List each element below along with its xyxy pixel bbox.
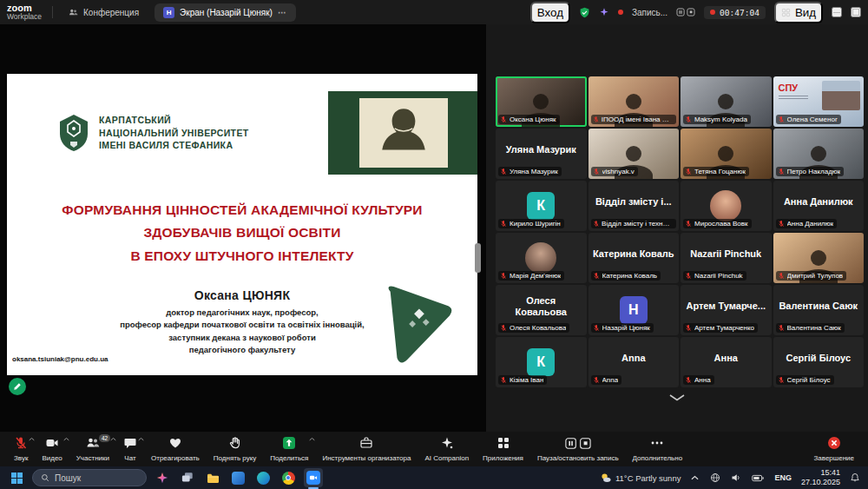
- participant-tile[interactable]: Дмитрий Тулупов: [773, 233, 865, 283]
- participant-name-label: Артем Тумарченко: [683, 323, 758, 333]
- annotate-button[interactable]: [9, 378, 26, 395]
- timer-value: 00:47:04: [720, 8, 760, 17]
- notifications-button[interactable]: [848, 468, 861, 487]
- taskbar-app-folder[interactable]: [203, 468, 222, 487]
- participant-display-name: Валентина Саюк: [773, 285, 865, 328]
- sparkle-icon: [440, 436, 454, 452]
- toolbar-chat-button[interactable]: Чат: [116, 432, 144, 466]
- muted-mic-icon: [593, 376, 600, 384]
- participant-display-name: Anna: [589, 337, 680, 380]
- zoom-app-icon: [306, 471, 320, 485]
- participant-tile[interactable]: ККирило Шуригін: [496, 181, 587, 231]
- shared-screen-area: КАРПАТСЬКИЙ НАЦІОНАЛЬНИЙ УНІВЕРСИТЕТ ІМЕ…: [0, 24, 486, 432]
- toolbar-ai-companion-button[interactable]: AI Companion: [418, 432, 476, 466]
- battery-icon: [752, 474, 764, 482]
- panel-divider-handle[interactable]: [475, 243, 481, 273]
- toolbar-end-button[interactable]: Завершение: [806, 432, 861, 466]
- chevron-up-icon: [691, 475, 699, 480]
- participant-tile[interactable]: Відділ змісту і...Відділ змісту і технол…: [589, 181, 680, 231]
- toolbar-record-button[interactable]: Пауза/остановить запись: [530, 432, 626, 466]
- participant-tile[interactable]: Петро Накладюк: [773, 129, 865, 179]
- toolbar-react-button[interactable]: Отреагировать: [144, 432, 207, 466]
- volume-tray-icon[interactable]: [729, 468, 742, 487]
- hand-icon: [228, 436, 242, 452]
- participant-tile[interactable]: Nazarii PinchukNazarii Pinchuk: [681, 233, 772, 283]
- chevron-up-icon[interactable]: [110, 437, 116, 441]
- participant-tile[interactable]: Валентина СаюкВалентина Саюк: [773, 285, 865, 335]
- battery-tray-icon[interactable]: [750, 468, 765, 487]
- participant-name-label: ІПООД імені Івана Зяз...: [591, 115, 676, 124]
- minimize-button[interactable]: [832, 7, 842, 17]
- participant-display-name: Катерина Коваль: [589, 233, 680, 276]
- taskbar-app-zoom[interactable]: [304, 468, 323, 487]
- start-button[interactable]: [7, 468, 26, 487]
- muted-mic-icon: [593, 168, 600, 175]
- participant-tile[interactable]: Марія Дем'янюк: [496, 233, 587, 283]
- chevron-up-icon[interactable]: [138, 437, 144, 441]
- tab-more-icon[interactable]: ⋯: [278, 8, 287, 17]
- ai-sparkle-icon[interactable]: [599, 7, 609, 17]
- muted-mic-icon: [593, 220, 600, 228]
- toolbar-apps-button[interactable]: Приложения: [476, 432, 530, 466]
- taskbar-app-task-view[interactable]: [178, 468, 197, 487]
- participant-tile[interactable]: Олеся КовальоваОлеся Ковальова: [496, 285, 587, 335]
- muted-mic-icon: [778, 220, 785, 228]
- participant-tile[interactable]: Мирослава Вовк: [681, 181, 772, 231]
- participant-tile[interactable]: СПУОлена Семеног: [773, 76, 865, 127]
- participant-tile[interactable]: Катерина КовальКатерина Коваль: [589, 233, 680, 283]
- toolbar-more-button[interactable]: Дополнительно: [626, 432, 690, 466]
- chevron-up-icon[interactable]: [63, 437, 69, 441]
- participant-tile[interactable]: Анна ДанилюкАнна Данилюк: [773, 181, 865, 231]
- participant-tile[interactable]: Maksym Kolyada: [681, 76, 772, 127]
- ellipsis-icon: [650, 436, 664, 452]
- taskbar-clock[interactable]: 15:41 27.10.2025: [801, 468, 840, 488]
- taskbar-search-input[interactable]: Пошук: [32, 469, 147, 486]
- view-button[interactable]: Вид: [774, 2, 823, 23]
- recording-dot-icon: [618, 10, 623, 15]
- edge-browser-icon: [257, 472, 270, 485]
- participant-tile[interactable]: АннаАнна: [681, 337, 772, 387]
- language-indicator[interactable]: ENG: [773, 468, 793, 487]
- tray-expand-chevron[interactable]: [688, 468, 700, 487]
- muted-mic-icon: [778, 324, 785, 332]
- participant-name-label: Дмитрий Тулупов: [776, 271, 847, 281]
- participant-tile[interactable]: Уляна МазурикУляна Мазурик: [496, 129, 587, 179]
- participant-tile[interactable]: ІПООД імені Івана Зяз...: [589, 76, 680, 127]
- participant-tile[interactable]: ННазарій Цюняк: [589, 285, 680, 335]
- toolbar-raise-hand-button[interactable]: Поднять руку: [207, 432, 263, 466]
- participant-tile[interactable]: AnnaAnna: [589, 337, 680, 387]
- toolbar-host-tools-button[interactable]: Инструменты организатора: [315, 432, 418, 466]
- toolbar-video-button[interactable]: Видео: [35, 432, 69, 466]
- grid-icon: [496, 436, 510, 452]
- muted-mic-icon: [500, 168, 507, 175]
- maximize-button[interactable]: [851, 7, 861, 17]
- participant-tile[interactable]: Артем Тумарче...Артем Тумарченко: [681, 285, 772, 335]
- chevron-up-icon[interactable]: [29, 437, 35, 441]
- mic-muted-icon: [14, 436, 28, 452]
- end-icon: [827, 436, 841, 452]
- taskbar-app-blue-app[interactable]: [228, 468, 247, 487]
- participant-tile[interactable]: Оксана Цюняк: [496, 76, 587, 127]
- weather-widget[interactable]: 11°C Partly sunny: [600, 472, 681, 483]
- chevron-up-icon[interactable]: [309, 437, 315, 441]
- network-tray-icon[interactable]: [708, 468, 721, 487]
- signin-button[interactable]: Вход: [530, 2, 570, 23]
- taskbar-app-copilot[interactable]: [153, 468, 172, 487]
- participant-tile[interactable]: Сергій БілоусСергій Білоус: [773, 337, 865, 387]
- participant-tile[interactable]: vishnyak.v: [589, 129, 680, 179]
- participant-name-label: Марія Дем'янюк: [498, 271, 564, 281]
- taskbar-app-chrome[interactable]: [279, 468, 298, 487]
- participant-name-label: Олена Семеног: [776, 115, 841, 124]
- tab-conference[interactable]: Конференция: [60, 4, 148, 21]
- tab-screen-share[interactable]: Н Экран (Назарій Цюняк) ⋯: [155, 3, 296, 22]
- participant-tile[interactable]: Тетяна Гоцанюк: [681, 129, 772, 179]
- toolbar-share-button[interactable]: Поделиться: [263, 432, 315, 466]
- more-participants-chevron[interactable]: [668, 391, 686, 404]
- participant-tile[interactable]: ККізіма Іван: [496, 337, 587, 387]
- pause-stop-recording-icons[interactable]: [676, 8, 695, 17]
- toolbar-button-label: Отреагировать: [151, 454, 200, 462]
- taskbar-app-edge[interactable]: [253, 468, 273, 487]
- toolbar-audio-button[interactable]: Звук: [7, 432, 35, 466]
- toolbar-participants-button[interactable]: 42Участники: [69, 432, 116, 466]
- security-shield-icon[interactable]: [579, 7, 590, 18]
